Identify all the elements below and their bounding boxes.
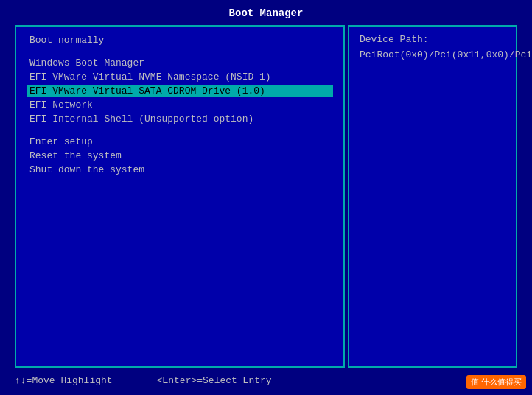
menu-item-boot-normally[interactable]: Boot normally [27, 34, 333, 46]
device-path-panel: Device Path: PciRoot(0x0)/Pci(0x11,0x0)/… [348, 25, 517, 368]
menu-item-enter-setup[interactable]: Enter setup [27, 136, 333, 148]
window-title: Boot Manager [15, 7, 517, 19]
status-bar: ↑↓=Move Highlight <Enter>=Select Entry [15, 374, 517, 388]
device-path-value: PciRoot(0x0)/Pci(0x11,0x0)/Pci(0x4,0x0)/… [360, 48, 505, 63]
menu-item-efi-sata-cdrom[interactable]: EFI VMware Virtual SATA CDROM Drive (1.0… [27, 85, 333, 97]
status-highlight: ↑↓=Move Highlight [15, 375, 113, 386]
menu-item-windows-boot-manager[interactable]: Windows Boot Manager [27, 57, 333, 69]
menu-spacer [27, 48, 333, 55]
watermark: 值 什么值得买 [466, 375, 526, 389]
menu-spacer [27, 127, 333, 134]
device-path-label: Device Path: [360, 34, 505, 45]
menu-item-efi-nvme[interactable]: EFI VMware Virtual NVME Namespace (NSID … [27, 71, 333, 83]
menu-item-efi-network[interactable]: EFI Network [27, 99, 333, 111]
menu-item-efi-shell[interactable]: EFI Internal Shell (Unsupported option) [27, 113, 333, 125]
boot-menu-panel: Boot normallyWindows Boot ManagerEFI VMw… [15, 25, 345, 368]
status-select: <Enter>=Select Entry [157, 375, 272, 386]
menu-item-shut-down[interactable]: Shut down the system [27, 164, 333, 176]
main-content: Boot normallyWindows Boot ManagerEFI VMw… [15, 25, 517, 368]
menu-item-reset-system[interactable]: Reset the system [27, 150, 333, 162]
